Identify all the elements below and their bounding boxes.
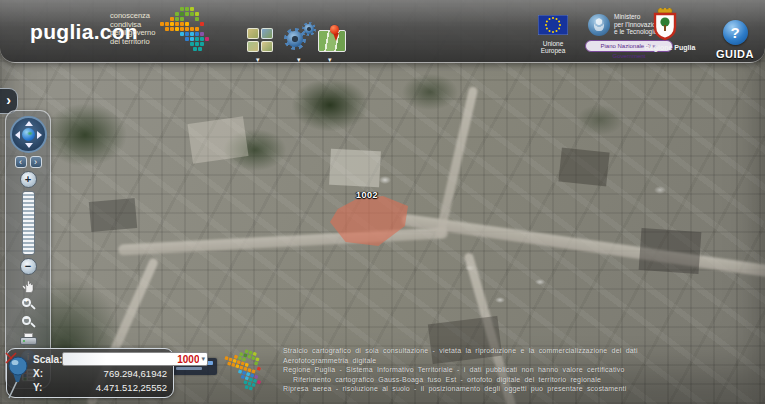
pin-icon xyxy=(330,25,339,34)
y-label: Y: xyxy=(33,382,69,393)
regione-puglia-crest-icon xyxy=(652,8,678,42)
pan-hand-tool[interactable] xyxy=(21,278,36,294)
zoom-in-button[interactable]: + xyxy=(20,171,37,188)
zoom-in-tool[interactable]: + xyxy=(21,297,36,312)
app-tagline: conoscenza condivisa per il governo del … xyxy=(110,12,155,46)
x-value: 769.294,61942 xyxy=(69,368,167,379)
scale-dropdown-caret-icon[interactable]: ▾ xyxy=(201,355,205,363)
pan-down-icon[interactable] xyxy=(25,143,33,148)
logo-dots xyxy=(152,7,156,11)
header-bar: puglia.con conoscenza condivisa per il g… xyxy=(0,0,765,63)
region-label: Regione Puglia xyxy=(640,44,700,51)
scale-label: Scala: xyxy=(33,354,62,365)
eu-flag-icon xyxy=(538,15,568,35)
scale-row: Scala: ▾ xyxy=(33,352,167,366)
map-building xyxy=(89,198,137,232)
print-button[interactable] xyxy=(20,333,37,347)
map-road xyxy=(435,86,479,239)
map-locator-icon[interactable] xyxy=(318,27,346,52)
help-question-icon: ? xyxy=(723,20,748,45)
app-window: 1002 Stralcio cartografico di sola consu… xyxy=(0,0,765,404)
globe-icon[interactable] xyxy=(22,128,35,141)
pan-right-icon[interactable] xyxy=(37,131,42,139)
map-building xyxy=(639,228,702,274)
basemaps-grid-icon[interactable] xyxy=(247,28,273,52)
pan-compass-control[interactable] xyxy=(10,116,47,153)
zoom-slider[interactable] xyxy=(22,191,35,255)
tools-gears-icon[interactable] xyxy=(284,21,318,54)
next-extent-button[interactable]: › xyxy=(30,156,42,168)
x-coordinate-row: X: 769.294,61942 xyxy=(33,366,167,380)
scale-input[interactable] xyxy=(65,354,199,365)
dropdown-caret-icon[interactable]: ▾ xyxy=(328,56,332,63)
x-label: X: xyxy=(33,368,69,379)
dropdown-caret-icon[interactable]: ▾ xyxy=(297,56,301,63)
guida-button[interactable]: ? GUIDA xyxy=(712,20,758,60)
guida-label: GUIDA xyxy=(712,48,758,60)
scale-input-wrap: ▾ xyxy=(62,352,208,366)
scale-coordinates-panel: Scala: ▾ X: 769.294,61942 Y: 4.471.512,2… xyxy=(6,348,174,398)
zoom-out-tool[interactable]: − xyxy=(21,315,36,330)
map-watermark-text: Stralcio cartografico di sola consultazi… xyxy=(283,346,761,394)
map-road xyxy=(401,214,765,279)
pan-up-icon[interactable] xyxy=(25,121,33,126)
dropdown-caret-icon[interactable]: ▾ xyxy=(256,56,260,63)
gear-icon xyxy=(302,22,316,36)
y-coordinate-row: Y: 4.471.512,25552 xyxy=(33,380,167,394)
zoom-out-button[interactable]: − xyxy=(20,258,37,275)
map-road xyxy=(118,227,448,255)
previous-extent-button[interactable]: ‹ xyxy=(15,156,27,168)
map-building xyxy=(329,149,381,188)
eu-label: Unione Europea xyxy=(530,40,576,54)
pushpin-icon xyxy=(3,351,33,401)
y-value: 4.471.512,25552 xyxy=(69,382,167,393)
ministry-logo-icon xyxy=(588,14,610,36)
pin-icon xyxy=(333,33,339,41)
map-building xyxy=(558,148,609,187)
extent-history-controls: ‹ › xyxy=(15,156,42,168)
parcel-label: 1002 xyxy=(356,190,378,200)
map-building xyxy=(187,116,248,163)
pan-left-icon[interactable] xyxy=(15,131,20,139)
